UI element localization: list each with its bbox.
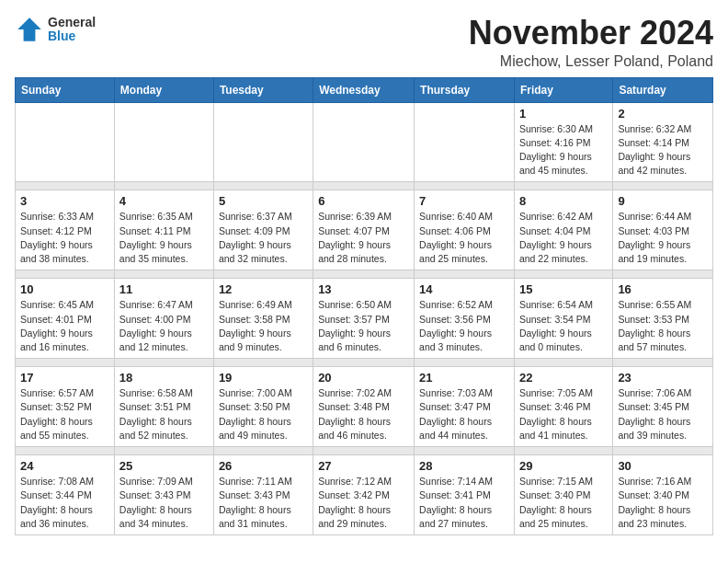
day-info: Sunrise: 6:58 AMSunset: 3:51 PMDaylight:… (119, 386, 209, 442)
spacer-cell (613, 359, 713, 367)
day-number: 1 (519, 107, 608, 121)
day-cell: 25Sunrise: 7:09 AMSunset: 3:43 PMDayligh… (114, 455, 213, 535)
header-cell-monday: Monday (114, 77, 213, 102)
day-info: Sunrise: 7:00 AMSunset: 3:50 PMDaylight:… (219, 386, 308, 442)
day-number: 20 (318, 371, 409, 385)
day-cell (16, 102, 115, 182)
day-cell (114, 102, 213, 182)
day-number: 11 (119, 282, 209, 296)
day-cell: 1Sunrise: 6:30 AMSunset: 4:16 PMDaylight… (514, 102, 612, 182)
day-cell: 19Sunrise: 7:00 AMSunset: 3:50 PMDayligh… (213, 367, 313, 447)
day-info: Sunrise: 7:05 AMSunset: 3:46 PMDaylight:… (519, 386, 608, 442)
logo-blue-text: Blue (48, 29, 96, 43)
spacer-cell (415, 270, 515, 279)
day-cell: 30Sunrise: 7:16 AMSunset: 3:40 PMDayligh… (613, 455, 713, 535)
day-cell (313, 102, 415, 182)
logo-general-text: General (48, 16, 96, 29)
day-cell: 14Sunrise: 6:52 AMSunset: 3:56 PMDayligh… (415, 279, 515, 359)
day-cell: 10Sunrise: 6:45 AMSunset: 4:01 PMDayligh… (16, 279, 115, 359)
day-info: Sunrise: 7:12 AMSunset: 3:42 PMDaylight:… (318, 475, 409, 531)
day-info: Sunrise: 7:03 AMSunset: 3:47 PMDaylight:… (419, 386, 509, 442)
spacer-cell (415, 359, 515, 367)
spacer-cell (613, 270, 713, 279)
calendar-subtitle: Miechow, Lesser Poland, Poland (469, 53, 713, 70)
spacer-cell (16, 182, 115, 190)
day-info: Sunrise: 7:06 AMSunset: 3:45 PMDaylight:… (618, 386, 708, 442)
day-number: 23 (618, 371, 708, 385)
spacer-cell (514, 359, 612, 367)
day-info: Sunrise: 7:16 AMSunset: 3:40 PMDaylight:… (618, 475, 708, 531)
spacer-cell (16, 359, 115, 367)
spacer-cell (213, 447, 313, 455)
day-info: Sunrise: 7:14 AMSunset: 3:41 PMDaylight:… (419, 475, 509, 531)
day-info: Sunrise: 6:42 AMSunset: 4:04 PMDaylight:… (519, 210, 608, 266)
day-cell: 27Sunrise: 7:12 AMSunset: 3:42 PMDayligh… (313, 455, 415, 535)
spacer-cell (313, 182, 415, 190)
day-info: Sunrise: 6:50 AMSunset: 3:57 PMDaylight:… (318, 298, 409, 354)
day-cell: 7Sunrise: 6:40 AMSunset: 4:06 PMDaylight… (415, 190, 515, 270)
day-cell: 6Sunrise: 6:39 AMSunset: 4:07 PMDaylight… (313, 190, 415, 270)
day-number: 22 (519, 371, 608, 385)
spacer-cell (514, 182, 612, 190)
logo: General Blue (15, 15, 96, 44)
day-number: 5 (219, 194, 308, 208)
spacer-cell (514, 447, 612, 455)
day-cell: 8Sunrise: 6:42 AMSunset: 4:04 PMDaylight… (514, 190, 612, 270)
day-number: 12 (219, 282, 308, 296)
week-row-1: 3Sunrise: 6:33 AMSunset: 4:12 PMDaylight… (16, 190, 713, 270)
page-header: General Blue November 2024 Miechow, Less… (15, 15, 713, 70)
day-number: 13 (318, 282, 409, 296)
title-block: November 2024 Miechow, Lesser Poland, Po… (469, 15, 713, 70)
day-info: Sunrise: 7:08 AMSunset: 3:44 PMDaylight:… (20, 475, 109, 531)
day-cell: 18Sunrise: 6:58 AMSunset: 3:51 PMDayligh… (114, 367, 213, 447)
day-number: 29 (519, 459, 608, 473)
day-info: Sunrise: 6:54 AMSunset: 3:54 PMDaylight:… (519, 298, 608, 354)
calendar-table: SundayMondayTuesdayWednesdayThursdayFrid… (15, 77, 713, 535)
spacer-cell (213, 182, 313, 190)
day-number: 2 (618, 107, 708, 121)
day-info: Sunrise: 7:09 AMSunset: 3:43 PMDaylight:… (119, 475, 209, 531)
day-info: Sunrise: 6:37 AMSunset: 4:09 PMDaylight:… (219, 210, 308, 266)
spacer-cell (313, 270, 415, 279)
day-number: 8 (519, 194, 608, 208)
day-info: Sunrise: 7:15 AMSunset: 3:40 PMDaylight:… (519, 475, 608, 531)
day-cell: 5Sunrise: 6:37 AMSunset: 4:09 PMDaylight… (213, 190, 313, 270)
header-cell-friday: Friday (514, 77, 612, 102)
day-info: Sunrise: 6:45 AMSunset: 4:01 PMDaylight:… (20, 298, 109, 354)
day-number: 6 (318, 194, 409, 208)
day-number: 19 (219, 371, 308, 385)
day-info: Sunrise: 6:32 AMSunset: 4:14 PMDaylight:… (618, 122, 708, 178)
day-number: 18 (119, 371, 209, 385)
day-cell: 9Sunrise: 6:44 AMSunset: 4:03 PMDaylight… (613, 190, 713, 270)
day-info: Sunrise: 6:49 AMSunset: 3:58 PMDaylight:… (219, 298, 308, 354)
day-number: 28 (419, 459, 509, 473)
day-info: Sunrise: 6:44 AMSunset: 4:03 PMDaylight:… (618, 210, 708, 266)
day-number: 9 (618, 194, 708, 208)
svg-marker-0 (17, 17, 41, 41)
day-number: 24 (20, 459, 109, 473)
day-cell: 2Sunrise: 6:32 AMSunset: 4:14 PMDaylight… (613, 102, 713, 182)
day-info: Sunrise: 6:57 AMSunset: 3:52 PMDaylight:… (20, 386, 109, 442)
day-info: Sunrise: 6:55 AMSunset: 3:53 PMDaylight:… (618, 298, 708, 354)
day-number: 7 (419, 194, 509, 208)
header-cell-thursday: Thursday (415, 77, 515, 102)
header-cell-wednesday: Wednesday (313, 77, 415, 102)
day-info: Sunrise: 6:30 AMSunset: 4:16 PMDaylight:… (519, 122, 608, 178)
day-number: 27 (318, 459, 409, 473)
day-cell: 13Sunrise: 6:50 AMSunset: 3:57 PMDayligh… (313, 279, 415, 359)
day-number: 30 (618, 459, 708, 473)
spacer-cell (514, 270, 612, 279)
day-cell: 17Sunrise: 6:57 AMSunset: 3:52 PMDayligh… (16, 367, 115, 447)
spacer-cell (114, 447, 213, 455)
day-info: Sunrise: 6:52 AMSunset: 3:56 PMDaylight:… (419, 298, 509, 354)
calendar-title: November 2024 (469, 15, 713, 52)
header-cell-tuesday: Tuesday (213, 77, 313, 102)
day-cell: 23Sunrise: 7:06 AMSunset: 3:45 PMDayligh… (613, 367, 713, 447)
spacer-cell (213, 270, 313, 279)
day-number: 3 (20, 194, 109, 208)
day-cell: 15Sunrise: 6:54 AMSunset: 3:54 PMDayligh… (514, 279, 612, 359)
day-cell: 21Sunrise: 7:03 AMSunset: 3:47 PMDayligh… (415, 367, 515, 447)
day-cell: 22Sunrise: 7:05 AMSunset: 3:46 PMDayligh… (514, 367, 612, 447)
spacer-cell (114, 359, 213, 367)
spacer-cell (313, 447, 415, 455)
